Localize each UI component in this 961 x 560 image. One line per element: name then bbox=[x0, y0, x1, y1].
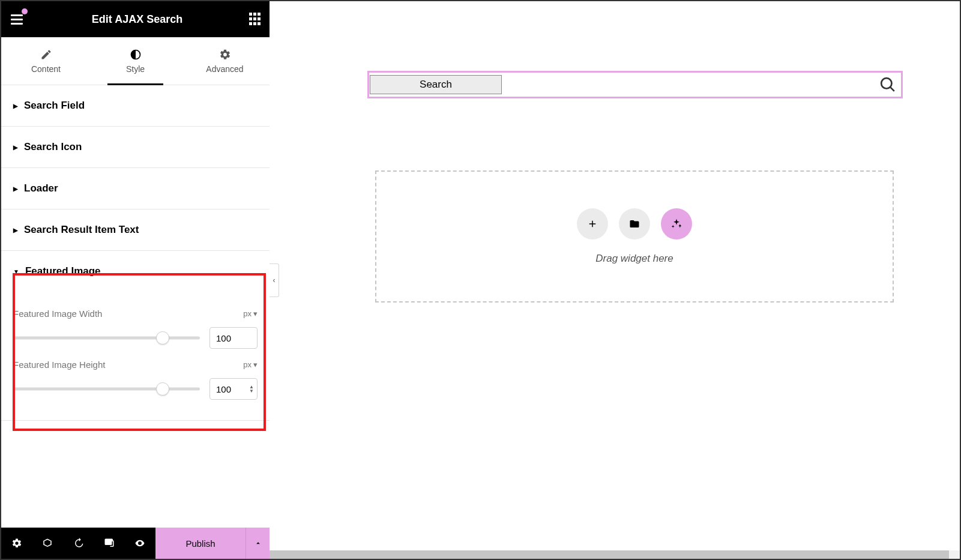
width-input[interactable] bbox=[209, 327, 258, 349]
caret-right-icon bbox=[13, 184, 18, 193]
caret-right-icon bbox=[13, 143, 18, 151]
panel-collapse-handle[interactable]: ‹ bbox=[270, 263, 279, 297]
tab-advanced-label: Advanced bbox=[206, 64, 243, 74]
horizontal-scrollbar[interactable] bbox=[270, 550, 960, 559]
publish-label: Publish bbox=[185, 538, 215, 549]
notification-dot-icon bbox=[22, 8, 28, 14]
section-header-search-icon[interactable]: Search Icon bbox=[1, 127, 270, 167]
plus-icon bbox=[587, 218, 598, 229]
tab-content[interactable]: Content bbox=[1, 37, 91, 85]
widget-dropzone[interactable]: Drag widget here bbox=[375, 170, 894, 303]
panel-footer: Publish bbox=[1, 528, 270, 559]
section-label: Search Result Item Text bbox=[24, 224, 139, 236]
panel-title: Edit AJAX Search bbox=[92, 13, 182, 26]
add-widget-button[interactable] bbox=[577, 208, 608, 239]
editor-panel: Edit AJAX Search Content Style bbox=[1, 1, 270, 559]
section-header-loader[interactable]: Loader bbox=[1, 168, 270, 209]
caret-down-icon bbox=[13, 267, 19, 275]
add-ai-button[interactable] bbox=[661, 208, 692, 239]
chevron-down-icon: ▾ bbox=[253, 360, 258, 369]
tab-style-label: Style bbox=[126, 64, 145, 74]
search-button-label: Search bbox=[420, 79, 452, 91]
tab-style[interactable]: Style bbox=[91, 37, 180, 85]
pencil-icon bbox=[40, 49, 52, 61]
history-button[interactable] bbox=[63, 528, 94, 559]
control-featured-image-width: Featured Image Width px ▾ bbox=[13, 309, 258, 349]
control-featured-image-height: Featured Image Height px ▾ bbox=[13, 360, 258, 400]
scrollbar-thumb[interactable] bbox=[270, 550, 949, 559]
search-widget[interactable]: Search bbox=[367, 71, 903, 98]
caret-right-icon bbox=[13, 101, 18, 110]
tab-advanced[interactable]: Advanced bbox=[180, 37, 270, 85]
search-icon[interactable] bbox=[880, 77, 896, 92]
control-label: Featured Image Width bbox=[13, 309, 102, 319]
gear-icon bbox=[219, 49, 231, 61]
featured-image-body: Featured Image Width px ▾ bbox=[1, 292, 270, 420]
folder-icon bbox=[628, 218, 640, 229]
slider-thumb[interactable] bbox=[156, 382, 169, 396]
publish-more-button[interactable] bbox=[246, 528, 270, 559]
chevron-up-icon bbox=[254, 539, 262, 547]
dropzone-hint: Drag widget here bbox=[595, 253, 673, 265]
panel-header: Edit AJAX Search bbox=[1, 1, 270, 37]
section-header-search-field[interactable]: Search Field bbox=[1, 85, 270, 126]
section-label: Search Field bbox=[24, 100, 85, 112]
publish-button[interactable]: Publish bbox=[155, 528, 246, 559]
preview-button[interactable] bbox=[125, 528, 155, 559]
section-label: Search Icon bbox=[24, 141, 82, 153]
section-header-featured-image[interactable]: Featured Image bbox=[1, 251, 270, 292]
chevron-down-icon: ▾ bbox=[253, 309, 258, 318]
slider-thumb[interactable] bbox=[156, 331, 169, 345]
panel-tabs: Content Style Advanced bbox=[1, 37, 270, 85]
section-label: Loader bbox=[24, 182, 58, 194]
search-button[interactable]: Search bbox=[370, 75, 502, 94]
control-label: Featured Image Height bbox=[13, 360, 105, 370]
widgets-grid-button[interactable] bbox=[249, 13, 262, 26]
width-slider[interactable] bbox=[13, 332, 200, 344]
section-label: Featured Image bbox=[25, 265, 101, 277]
chevron-left-icon: ‹ bbox=[273, 276, 276, 285]
unit-selector[interactable]: px ▾ bbox=[243, 360, 258, 369]
contrast-icon bbox=[130, 49, 142, 61]
add-template-button[interactable] bbox=[619, 208, 650, 239]
settings-button[interactable] bbox=[1, 528, 32, 559]
section-header-search-result-text[interactable]: Search Result Item Text bbox=[1, 209, 270, 250]
tab-content-label: Content bbox=[31, 64, 61, 74]
height-slider[interactable] bbox=[13, 383, 200, 395]
sparkle-icon bbox=[670, 218, 682, 230]
responsive-button[interactable] bbox=[94, 528, 124, 559]
number-spinner[interactable]: ▲▼ bbox=[249, 385, 254, 393]
unit-label: px bbox=[243, 309, 252, 318]
menu-button[interactable] bbox=[8, 11, 25, 28]
unit-selector[interactable]: px ▾ bbox=[243, 309, 258, 318]
navigator-button[interactable] bbox=[32, 528, 62, 559]
sections-list: Search Field Search Icon Loader Search R… bbox=[1, 85, 270, 528]
unit-label: px bbox=[243, 360, 252, 369]
caret-right-icon bbox=[13, 226, 18, 234]
preview-canvas: Search bbox=[270, 1, 960, 559]
